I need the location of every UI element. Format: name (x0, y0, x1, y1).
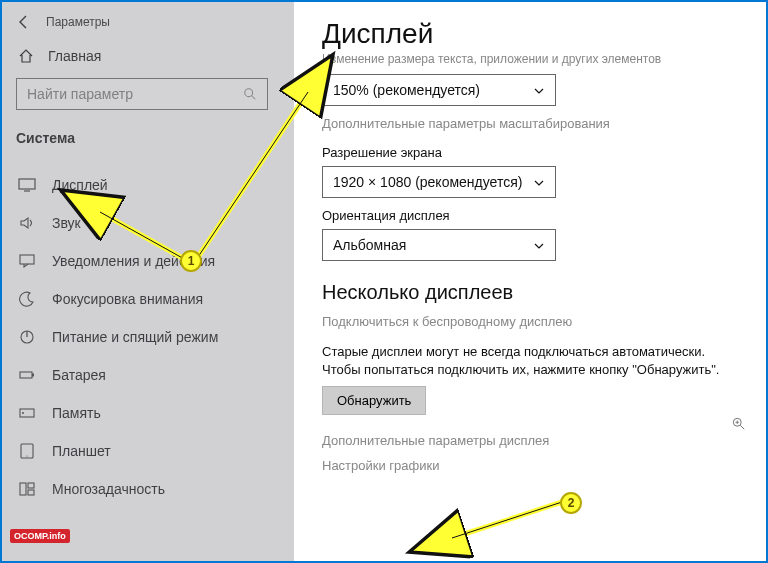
svg-point-10 (22, 412, 24, 414)
resolution-label: Разрешение экрана (322, 145, 736, 160)
magnify-icon (732, 417, 746, 431)
resolution-dropdown[interactable]: 1920 × 1080 (рекомендуется) (322, 166, 556, 198)
page-title: Дисплей (322, 18, 736, 50)
chevron-down-icon (533, 84, 545, 96)
detect-hint: Старые дисплеи могут не всегда подключат… (322, 343, 736, 378)
sidebar-item-power[interactable]: Питание и спящий режим (2, 318, 294, 356)
orientation-value: Альбомная (333, 237, 406, 253)
graphics-settings-link[interactable]: Настройки графики (322, 458, 736, 473)
orientation-label: Ориентация дисплея (322, 208, 736, 223)
sidebar-item-label: Батарея (52, 367, 106, 383)
scale-value: 150% (рекомендуется) (333, 82, 480, 98)
svg-point-0 (245, 89, 253, 97)
sidebar-item-label: Дисплей (52, 177, 108, 193)
svg-rect-4 (20, 255, 34, 264)
multiple-displays-heading: Несколько дисплеев (322, 281, 736, 304)
svg-rect-15 (28, 490, 34, 495)
speaker-icon (18, 214, 36, 232)
sidebar-item-sound[interactable]: Звук (2, 204, 294, 242)
sidebar-item-label: Фокусировка внимания (52, 291, 203, 307)
sidebar: Параметры Главная Система Дисплей (2, 2, 294, 561)
sidebar-item-notifications[interactable]: Уведомления и действия (2, 242, 294, 280)
sidebar-home-label: Главная (48, 48, 101, 64)
detect-button[interactable]: Обнаружить (322, 386, 426, 415)
svg-rect-13 (20, 483, 26, 495)
storage-icon (18, 404, 36, 422)
annotation-badge-1: 1 (180, 250, 202, 272)
sidebar-item-focus[interactable]: Фокусировка внимания (2, 280, 294, 318)
window-title: Параметры (46, 15, 110, 29)
main-panel: Дисплей Изменение размера текста, прилож… (294, 2, 766, 561)
scale-dropdown[interactable]: 150% (рекомендуется) (322, 74, 556, 106)
sidebar-item-display[interactable]: Дисплей (2, 166, 294, 204)
orientation-dropdown[interactable]: Альбомная (322, 229, 556, 261)
scale-section-label: Изменение размера текста, приложении и д… (322, 52, 736, 66)
settings-window: Параметры Главная Система Дисплей (0, 0, 768, 563)
svg-line-1 (252, 96, 256, 100)
watermark-logo: OCOMP.info (10, 529, 70, 543)
home-icon (18, 48, 34, 64)
search-box[interactable] (16, 78, 268, 110)
annotation-badge-2: 2 (560, 492, 582, 514)
sidebar-item-battery[interactable]: Батарея (2, 356, 294, 394)
search-icon (243, 87, 257, 101)
svg-rect-8 (32, 374, 34, 377)
svg-point-12 (26, 455, 27, 456)
sidebar-item-label: Планшет (52, 443, 111, 459)
search-container (2, 72, 294, 120)
tablet-icon (18, 442, 36, 460)
power-icon (18, 328, 36, 346)
sidebar-item-label: Звук (52, 215, 81, 231)
svg-rect-7 (20, 372, 32, 378)
sidebar-item-storage[interactable]: Память (2, 394, 294, 432)
sidebar-item-label: Многозадачность (52, 481, 165, 497)
sidebar-nav: Дисплей Звук Уведомления и действия Фоку… (2, 152, 294, 508)
battery-icon (18, 366, 36, 384)
sidebar-item-multitask[interactable]: Многозадачность (2, 470, 294, 508)
chevron-down-icon (533, 239, 545, 251)
sidebar-category: Система (2, 120, 294, 152)
search-input[interactable] (27, 86, 243, 102)
titlebar: Параметры (2, 2, 294, 38)
svg-rect-2 (19, 179, 35, 189)
wireless-display-link[interactable]: Подключиться к беспроводному дисплею (322, 314, 736, 329)
sidebar-item-label: Память (52, 405, 101, 421)
svg-line-17 (740, 425, 744, 429)
back-button[interactable] (16, 14, 32, 30)
multitask-icon (18, 480, 36, 498)
moon-icon (18, 290, 36, 308)
sidebar-item-tablet[interactable]: Планшет (2, 432, 294, 470)
chat-icon (18, 252, 36, 270)
svg-rect-14 (28, 483, 34, 488)
chevron-down-icon (533, 176, 545, 188)
sidebar-item-label: Питание и спящий режим (52, 329, 218, 345)
resolution-value: 1920 × 1080 (рекомендуется) (333, 174, 522, 190)
sidebar-home[interactable]: Главная (2, 38, 294, 72)
monitor-icon (18, 176, 36, 194)
advanced-scaling-link[interactable]: Дополнительные параметры масштабирования (322, 116, 736, 131)
advanced-display-link[interactable]: Дополнительные параметры дисплея (322, 433, 736, 448)
